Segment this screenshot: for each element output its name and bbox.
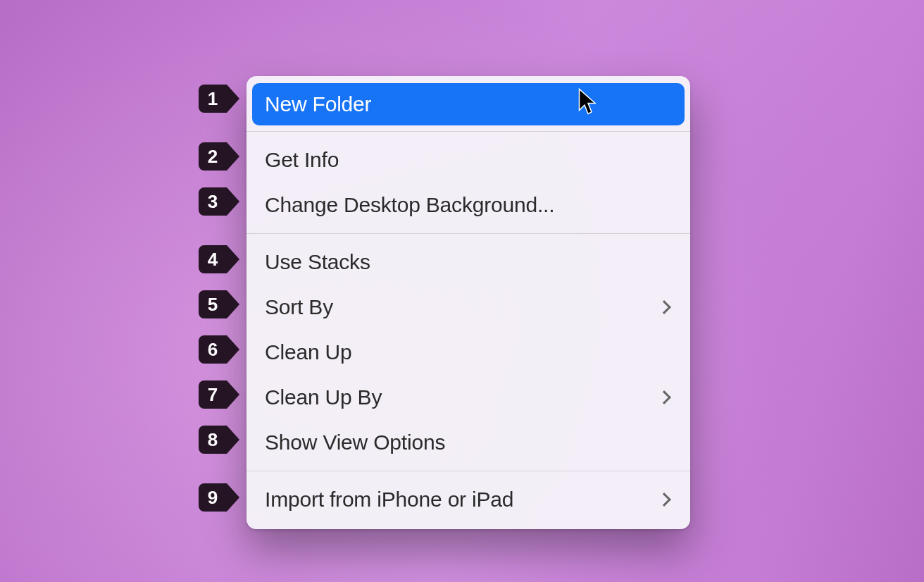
menu-item-label: Get Info	[265, 148, 339, 172]
badge-number: 9	[208, 487, 218, 509]
menu-item-label: Show View Options	[265, 431, 445, 454]
menu-item-get-info[interactable]: Get Info	[246, 137, 690, 182]
menu-item-change-desktop-background[interactable]: Change Desktop Background...	[246, 182, 690, 228]
menu-item-label: New Folder	[265, 92, 371, 116]
menu-separator	[246, 131, 690, 132]
badge-number: 7	[208, 384, 218, 406]
badge-number: 1	[208, 88, 218, 110]
annotation-badge-5: 5	[199, 290, 239, 318]
menu-item-label: Change Desktop Background...	[265, 193, 554, 217]
menu-item-new-folder[interactable]: New Folder	[252, 83, 685, 125]
menu-item-clean-up-by[interactable]: Clean Up By	[246, 375, 690, 420]
desktop-context-menu: New Folder Get Info Change Desktop Backg…	[246, 76, 690, 529]
badge-number: 2	[208, 146, 218, 168]
annotation-badge-4: 4	[199, 245, 239, 273]
chevron-right-icon	[657, 493, 671, 507]
annotation-badge-7: 7	[199, 380, 239, 409]
badge-number: 3	[208, 191, 218, 213]
menu-item-show-view-options[interactable]: Show View Options	[246, 420, 690, 465]
annotation-badge-9: 9	[199, 483, 239, 512]
annotation-badge-3: 3	[199, 187, 239, 216]
menu-item-import-from-device[interactable]: Import from iPhone or iPad	[246, 477, 690, 522]
chevron-right-icon	[657, 300, 671, 314]
annotation-badge-8: 8	[199, 426, 239, 454]
menu-item-sort-by[interactable]: Sort By	[246, 285, 690, 330]
annotation-badge-2: 2	[199, 142, 239, 171]
annotation-badge-1: 1	[199, 85, 239, 113]
menu-item-clean-up[interactable]: Clean Up	[246, 330, 690, 375]
menu-item-label: Clean Up	[265, 340, 351, 364]
badge-number: 8	[208, 429, 218, 451]
annotation-badge-6: 6	[199, 335, 239, 364]
menu-item-label: Import from iPhone or iPad	[265, 488, 513, 512]
menu-item-label: Sort By	[265, 295, 333, 319]
menu-separator	[246, 233, 690, 234]
chevron-right-icon	[657, 390, 671, 404]
badge-number: 6	[208, 339, 218, 361]
menu-item-label: Use Stacks	[265, 250, 370, 274]
badge-number: 4	[208, 249, 218, 271]
menu-item-use-stacks[interactable]: Use Stacks	[246, 240, 690, 285]
menu-item-label: Clean Up By	[265, 385, 382, 409]
menu-separator	[246, 471, 690, 471]
badge-number: 5	[208, 294, 218, 316]
